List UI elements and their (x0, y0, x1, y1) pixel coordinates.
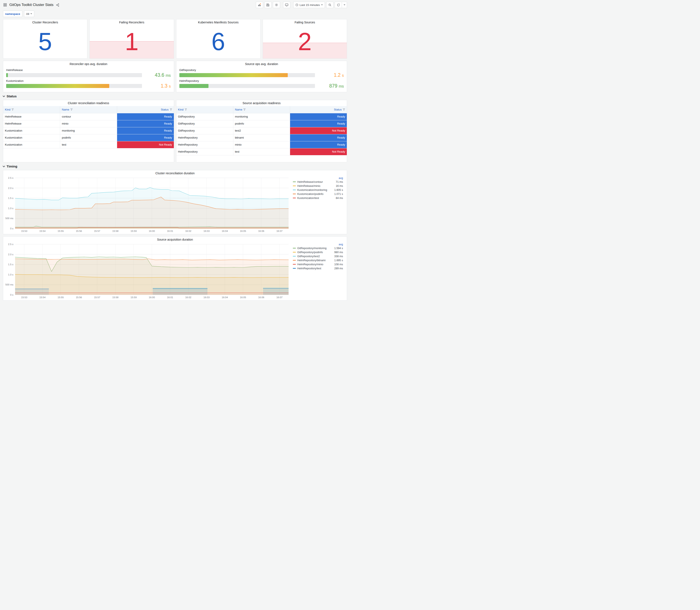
variable-namespace-picker[interactable]: All (24, 11, 34, 17)
time-picker-button[interactable]: Last 15 minutes (293, 2, 325, 8)
svg-text:16:06: 16:06 (258, 230, 264, 232)
save-dashboard-button[interactable] (264, 2, 272, 8)
gauge-value: 879 ms (318, 83, 344, 89)
legend-series-label[interactable]: Kustomization/test (297, 197, 334, 199)
legend-row[interactable]: HelmRepository/test289 ms (293, 266, 343, 270)
cell-kind: HelmRelease (3, 120, 60, 127)
panel-title[interactable]: Cluster reconciliation readiness (3, 100, 174, 106)
cell-kind: Kustomization (3, 127, 60, 134)
filter-icon[interactable] (243, 108, 246, 111)
gauge-value: 1.2 s (318, 72, 344, 78)
series-color-icon (293, 264, 296, 264)
cell-status: Ready (117, 127, 174, 134)
panel-title[interactable]: Kubernetes Manifests Sources (176, 19, 260, 25)
panel-title[interactable]: Source acquisition readiness (176, 100, 347, 106)
legend-row[interactable]: GitRepository/podinfo980 ms (293, 250, 343, 254)
legend-avg-header[interactable]: avg (293, 177, 343, 180)
cell-kind: HelmRelease (3, 113, 60, 120)
svg-text:0 s: 0 s (10, 227, 14, 230)
share-icon[interactable] (56, 3, 60, 7)
svg-text:16:06: 16:06 (258, 296, 264, 299)
table-row: GitRepositorypodinfoReady (176, 120, 347, 127)
legend-series-label[interactable]: HelmRelease/minio (297, 184, 334, 188)
legend-row[interactable]: GitRepository/monitoring1.594 s (293, 246, 343, 250)
legend-avg-header[interactable]: avg (293, 243, 343, 246)
gauge-label: GitRepository (179, 68, 344, 71)
row-toggle-status[interactable]: Status (3, 94, 347, 98)
row-label: Timing (6, 164, 17, 168)
dashboard-grid-icon[interactable] (3, 3, 7, 7)
series-color-icon (293, 252, 296, 253)
cell-status: Ready (117, 113, 174, 120)
svg-text:2.0 s: 2.0 s (8, 253, 13, 256)
svg-text:2.5 s: 2.5 s (8, 243, 13, 245)
legend-row[interactable]: Kustomization/test84 ms (293, 196, 343, 200)
svg-text:15:57: 15:57 (94, 296, 100, 299)
legend-series-label[interactable]: HelmRepository/minio (297, 263, 333, 266)
refresh-button[interactable] (335, 2, 342, 8)
svg-text:15:54: 15:54 (39, 296, 46, 299)
panel-title[interactable]: Cluster reconciliation duration (3, 170, 347, 176)
refresh-interval-button[interactable] (342, 2, 347, 8)
variable-namespace-label[interactable]: namespace (3, 11, 22, 17)
chevron-down-icon (321, 4, 323, 5)
series-color-icon (293, 256, 296, 257)
series-color-icon (293, 260, 296, 261)
gauge-label: HelmRepository (179, 79, 344, 82)
column-header-status[interactable]: Status (290, 106, 347, 113)
filter-icon[interactable] (185, 108, 187, 111)
legend-series-label[interactable]: GitRepository/test2 (297, 255, 333, 258)
filter-icon[interactable] (343, 108, 345, 111)
column-header-status[interactable]: Status (117, 106, 174, 113)
filter-icon[interactable] (70, 108, 73, 111)
gauge-value: 43.6 ms (145, 72, 171, 78)
gauge-track (179, 73, 315, 77)
panel-title[interactable]: Cluster Reconcilers (3, 19, 87, 25)
row-toggle-timing[interactable]: Timing (3, 164, 347, 168)
chevron-down-icon (2, 165, 5, 167)
gauge-panels-row: Reconciler ops avg. duration HelmRelease… (3, 61, 347, 92)
panel-title[interactable]: Source ops avg. duration (176, 61, 347, 67)
legend-series-label[interactable]: Kustomization/podinfo (297, 193, 333, 195)
gauge-track (6, 73, 142, 77)
series-color-icon (293, 198, 296, 198)
panel-title[interactable]: Failing Reconcilers (90, 19, 174, 25)
dashboard-settings-button[interactable] (273, 2, 280, 8)
panel-source-ops-duration: Source ops avg. duration GitRepository 1… (176, 61, 347, 92)
legend-series-avg: 108 ms (334, 263, 343, 266)
legend-series-label[interactable]: GitRepository/monitoring (297, 247, 333, 250)
cycle-view-mode-button[interactable] (283, 2, 290, 8)
zoom-out-button[interactable] (326, 2, 333, 8)
legend-series-label[interactable]: HelmRepository/test (297, 267, 333, 270)
column-header-name[interactable]: Name (60, 106, 117, 113)
svg-text:500 ms: 500 ms (5, 217, 13, 220)
panel-source-acquisition-duration: Source acquisition duration 0 s500 ms1.0… (3, 236, 347, 301)
add-panel-button[interactable] (256, 2, 263, 8)
legend-row[interactable]: HelmRelease/minio16 ms (293, 184, 343, 188)
panel-title[interactable]: Source acquisition duration (3, 237, 347, 242)
panel-cluster-reconciliation-readiness: Cluster reconciliation readiness Kind Na… (3, 100, 174, 162)
filter-icon[interactable] (12, 108, 14, 111)
variables-bar: namespace All (0, 10, 350, 19)
gauge-fill (179, 73, 288, 77)
legend-row[interactable]: HelmRepository/minio108 ms (293, 262, 343, 266)
column-header-name[interactable]: Name (233, 106, 290, 113)
filter-icon[interactable] (170, 108, 172, 111)
legend-row[interactable]: GitRepository/test2338 ms (293, 254, 343, 258)
legend-series-label[interactable]: HelmRepository/bitnami (297, 259, 333, 262)
panel-title[interactable]: Reconciler ops avg. duration (3, 61, 174, 67)
column-header-kind[interactable]: Kind (3, 106, 60, 113)
svg-text:2.0 s: 2.0 s (8, 187, 13, 189)
cell-name: minio (233, 141, 290, 148)
legend-series-label[interactable]: Kustomization/monitoring (297, 189, 333, 192)
column-header-kind[interactable]: Kind (176, 106, 233, 113)
legend-row[interactable]: Kustomization/podinfo1.071 s (293, 192, 343, 196)
legend-row[interactable]: Kustomization/monitoring1.605 s (293, 188, 343, 192)
legend-row[interactable]: HelmRelease/contour71 ms (293, 180, 343, 184)
chart-canvas[interactable]: 0 s500 ms1.0 s1.5 s2.0 s2.5 s15:5315:541… (4, 242, 290, 300)
legend-series-label[interactable]: HelmRelease/contour (297, 180, 334, 183)
legend-row[interactable]: HelmRepository/bitnami1.695 s (293, 258, 343, 262)
chart-canvas[interactable]: 0 s500 ms1.0 s1.5 s2.0 s2.5 s15:5315:541… (4, 176, 290, 233)
panel-title[interactable]: Failing Sources (263, 19, 347, 25)
legend-series-label[interactable]: GitRepository/podinfo (297, 251, 333, 254)
